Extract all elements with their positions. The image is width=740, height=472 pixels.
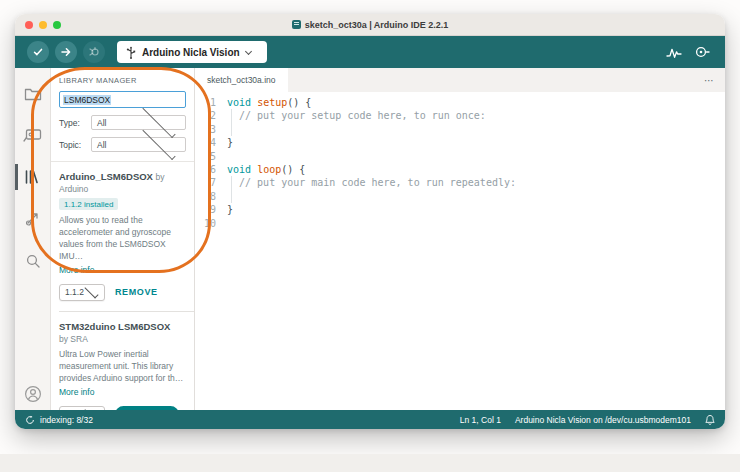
topic-filter-label: Topic:: [59, 140, 91, 150]
more-actions-button[interactable]: ⋯: [704, 75, 715, 86]
installed-badge: 1.1.2 installed: [59, 198, 118, 210]
editor-pane: sketch_oct30a.ino ⋯ 1void setup() {2 // …: [195, 68, 725, 410]
code-line: 5: [195, 150, 725, 163]
account-button[interactable]: [23, 384, 43, 404]
sidebar-item-boards-manager[interactable]: [15, 114, 51, 156]
sidebar-item-sketchbook[interactable]: [15, 72, 51, 114]
panel-title: LIBRARY MANAGER: [51, 68, 194, 91]
serial-monitor-button[interactable]: [694, 45, 711, 59]
selected-board-label: Arduino Nicla Vision: [142, 47, 240, 58]
library-name: Arduino_LSM6DSOX by: [59, 171, 186, 183]
line-number: 5: [195, 150, 227, 163]
arduino-ide-window: sketch_oct30a | Arduino IDE 2.2.1: [15, 14, 725, 429]
line-number: 1: [195, 96, 227, 109]
arrow-right-icon: [59, 45, 73, 59]
verify-button[interactable]: [27, 41, 49, 63]
code-line: 1void setup() {: [195, 96, 725, 109]
activity-bar: [15, 68, 51, 410]
type-filter-select[interactable]: All: [91, 115, 186, 130]
line-number: 6: [195, 163, 227, 176]
sketchbook-folder-icon: [24, 86, 42, 101]
window-title: sketch_oct30a | Arduino IDE 2.2.1: [305, 20, 449, 30]
indent-guide: [231, 176, 232, 189]
chevron-down-icon: [84, 284, 98, 298]
account-icon: [23, 384, 43, 404]
code-line: 2 // put your setup code here, to run on…: [195, 109, 725, 122]
code-line: 3: [195, 123, 725, 136]
library-manager-panel: LIBRARY MANAGER LSM6DSOX Type: All Topic…: [51, 68, 195, 410]
library-card-arduino-lsm6dsox: Arduino_LSM6DSOX by Arduino 1.1.2 instal…: [51, 162, 194, 311]
debug-button[interactable]: [83, 41, 105, 63]
library-search-input[interactable]: LSM6DSOX: [59, 91, 186, 108]
library-manager-icon: [24, 169, 41, 185]
library-list: Arduino_LSM6DSOX by Arduino 1.1.2 instal…: [51, 162, 194, 410]
line-number: 8: [195, 190, 227, 203]
line-number: 4: [195, 136, 227, 149]
library-card-stm32duino-lsm6dsox: STM32duino LSM6DSOX by SRA Ultra Low Pow…: [51, 312, 194, 410]
checkmark-icon: [31, 45, 45, 59]
line-number: 10: [195, 217, 227, 230]
library-name: STM32duino LSM6DSOX: [59, 321, 186, 333]
sidebar-item-library-manager[interactable]: [15, 156, 51, 198]
search-value: LSM6DSOX: [63, 95, 111, 105]
remove-button[interactable]: REMOVE: [115, 287, 158, 297]
topic-filter-select[interactable]: All: [91, 137, 186, 152]
code-area[interactable]: 1void setup() {2 // put your setup code …: [195, 92, 725, 230]
debug-panel-icon: [24, 211, 41, 227]
chevron-down-icon: [245, 47, 252, 54]
statusbar: indexing: 8/32 Ln 1, Col 1 Arduino Nicla…: [15, 410, 725, 429]
version-select[interactable]: 1.1.2: [59, 284, 105, 301]
indexing-status: indexing: 8/32: [40, 415, 93, 425]
indent-guide: [231, 190, 232, 203]
type-filter-value: All: [97, 118, 138, 128]
library-author: Arduino: [59, 184, 186, 194]
indent-guide: [231, 109, 232, 122]
library-description: Ultra Low Power inertial measurement uni…: [59, 349, 186, 385]
topic-filter-value: All: [97, 140, 138, 150]
page-background-band: [0, 454, 740, 472]
more-info-link[interactable]: More info: [59, 265, 186, 275]
more-info-link[interactable]: More info: [59, 387, 186, 397]
line-number: 9: [195, 203, 227, 216]
indent-guide: [231, 123, 232, 136]
notifications-bell-icon[interactable]: [705, 414, 715, 426]
line-number: 7: [195, 176, 227, 189]
library-description: Allows you to read the accelerometer and…: [59, 215, 186, 263]
cursor-position[interactable]: Ln 1, Col 1: [460, 415, 501, 425]
sidebar-item-search[interactable]: [15, 240, 51, 282]
upload-button[interactable]: [55, 41, 77, 63]
line-number: 2: [195, 109, 227, 122]
tab-sketch-oct30a[interactable]: sketch_oct30a.ino: [195, 68, 288, 92]
main-area: LIBRARY MANAGER LSM6DSOX Type: All Topic…: [15, 68, 725, 410]
titlebar: sketch_oct30a | Arduino IDE 2.2.1: [15, 14, 725, 36]
serial-plotter-button[interactable]: [666, 45, 682, 59]
code-line: 8: [195, 190, 725, 203]
window-title-wrap: sketch_oct30a | Arduino IDE 2.2.1: [15, 20, 725, 30]
code-line: 9}: [195, 203, 725, 216]
indexing-spinner-icon: [25, 415, 35, 425]
code-line: 6void loop() {: [195, 163, 725, 176]
editor-tabbar: sketch_oct30a.ino ⋯: [195, 68, 725, 92]
search-icon: [25, 253, 41, 269]
library-author: by SRA: [59, 334, 186, 344]
toolbar: Arduino Nicla Vision: [15, 36, 725, 68]
board-selector[interactable]: Arduino Nicla Vision: [117, 41, 267, 63]
boards-manager-icon: [23, 128, 42, 143]
line-number: 3: [195, 123, 227, 136]
usb-icon: [126, 46, 136, 59]
sidebar-item-debug[interactable]: [15, 198, 51, 240]
code-line: 4}: [195, 136, 725, 149]
code-line: 10: [195, 217, 725, 230]
code-line: 7 // put your main code here, to run rep…: [195, 176, 725, 189]
type-filter-label: Type:: [59, 118, 91, 128]
sketch-doc-icon: [292, 20, 301, 29]
debug-icon: [87, 45, 101, 59]
board-port-status[interactable]: Arduino Nicla Vision on /dev/cu.usbmodem…: [515, 415, 691, 425]
